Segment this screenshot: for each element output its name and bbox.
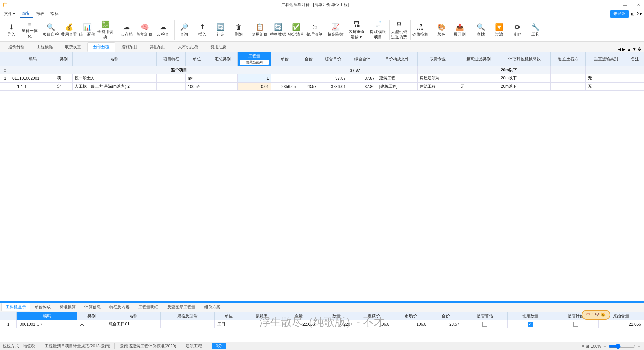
col-header-vertical-transport[interactable]: 垂直运输类别 [585,52,626,66]
tool-supplement[interactable]: 🔄 补充 [212,21,229,39]
tool-tools[interactable]: 🔧 工具 [527,21,544,39]
row-composite-price-1-1-1[interactable]: 3786.01 [319,83,348,91]
tool-color[interactable]: 🎨 颜色 [433,21,450,39]
tool-import[interactable]: ⬇ 导入 [3,21,20,39]
tab-materials-summary[interactable]: 人材机汇总 [172,42,204,52]
bottom-row-estimated[interactable] [462,320,507,328]
row-total-price-1-1-1[interactable]: 23.57 [298,83,319,91]
tool-find[interactable]: 🔍 查找 [472,21,490,39]
col-header-quantity[interactable]: 工程量 隐藏当前列 [237,52,271,66]
col-header-price-file[interactable]: 单价构成文件 [377,52,418,66]
row-summary-type-1-1-1[interactable] [208,83,238,91]
bottom-row-lock-qty[interactable] [507,320,553,328]
col-header-other-machinery[interactable]: 计取其他机械降效 [499,52,551,66]
tab-other-items[interactable]: 其他项目 [144,42,172,52]
bottom-row-quantity[interactable]: 0.2207 [318,320,355,328]
row-super-high-1[interactable] [458,74,499,83]
bottom-col-lock-qty[interactable]: 锁定数量 [507,312,553,320]
menu-edit[interactable]: 编制 [20,10,33,18]
row-summary-type-1[interactable] [208,74,238,83]
bottom-tab-quantity-detail[interactable]: 工程量明细 [134,303,163,311]
row-total-price-1[interactable] [298,74,319,83]
menu-file[interactable]: 文件▼ [1,10,19,18]
tool-replace-data[interactable]: 🔄 替换数据 [269,21,287,39]
row-independent-earth-1-1-1[interactable] [551,83,586,91]
row-feature-1-1-1[interactable] [156,83,186,91]
bottom-row-total[interactable]: 23.57 [429,320,462,328]
col-header-unit[interactable]: 单位 [186,52,208,66]
login-button[interactable]: 未登录 [610,10,629,18]
bottom-col-unit[interactable]: 单位 [214,312,243,320]
row-other-machinery-1[interactable]: 20m以下 [499,74,551,83]
row-other-machinery-1-1-1[interactable]: 20m以下 [499,83,551,91]
tool-quantity-price[interactable]: ≡ 量价一体化 [21,21,38,39]
nav-settings-icon[interactable]: ⚙ [638,47,641,52]
bottom-col-estimated[interactable]: 是否暂估 [462,312,507,320]
row-composite-price-1[interactable]: 37.87 [319,74,348,83]
bottom-row-name[interactable]: 综合工日01 [106,320,161,328]
score-button[interactable]: 0分 [212,343,226,349]
layout-icon[interactable]: ⊞ [631,12,634,17]
tab-cost-summary[interactable]: 费用汇总 [205,42,232,52]
bottom-row-quota-price[interactable]: 106.8 [355,320,392,328]
tool-super-high[interactable]: 📈 超高降效 [327,21,344,39]
tool-cloud-save[interactable]: ☁ 云存档 [118,21,135,39]
minimize-btn[interactable]: — [622,2,628,8]
col-header-remark[interactable]: 备注 [626,52,644,66]
zoom-slider[interactable] [608,344,635,349]
bottom-row-original-content[interactable]: 22.066 [598,320,644,328]
tool-decoration[interactable]: 🏗 装饰垂直运输▼ [348,21,365,39]
is-price-checkbox[interactable] [573,322,578,327]
row-fee-profession-1[interactable]: 房屋建筑与… [418,74,458,83]
bottom-col-total[interactable]: 合价 [429,312,462,320]
bottom-row-type[interactable]: 人 [77,320,106,328]
bottom-col-loss-rate[interactable]: 损耗率 [243,312,280,320]
row-quantity-1-1-1[interactable]: 0.01 [237,83,271,91]
bottom-col-spec[interactable]: 规格及型号 [160,312,214,320]
tab-measures[interactable]: 措施项目 [116,42,143,52]
view-split-icon[interactable]: ⊞ [586,344,589,349]
tool-cost-view[interactable]: 💰 费用查看 [60,21,78,39]
tool-smart-price[interactable]: 🧠 智能组价 [136,21,153,39]
menu-index[interactable]: 指标 [48,10,61,18]
col-header-summary-type[interactable]: 汇总类别 [208,52,238,66]
row-remark-1[interactable] [626,74,644,83]
bottom-col-quota-price[interactable]: 定额价 [355,312,392,320]
row-code-1-1-1[interactable]: 1-1-1 [10,83,55,91]
row-name-1[interactable]: 挖一般土方 [72,74,156,83]
col-header-fee-profession[interactable]: 取费专业 [418,52,458,66]
row-composite-total-1-1-1[interactable]: 37.86 [348,83,377,91]
tool-arrange-list[interactable]: 🗂 整理清单 [306,21,323,39]
col-header-type[interactable]: 类别 [55,52,73,66]
row-independent-earth-1[interactable] [551,74,586,83]
bottom-tab-materials[interactable]: 工料机显示 [1,303,30,311]
row-unit-price-1[interactable] [271,74,298,83]
view-table-icon[interactable]: ≡ [582,344,584,349]
tool-filter[interactable]: 🔽 过滤 [490,21,508,39]
tool-other[interactable]: ⚙ 其他 [508,21,526,39]
tool-expand[interactable]: 📤 展开到 [451,21,468,39]
row-quantity-1[interactable]: 1 [237,74,271,83]
bottom-row-unit[interactable]: 工日 [214,320,243,328]
bottom-col-type[interactable]: 类别 [77,312,106,320]
tab-cost-analysis[interactable]: 造价分析 [3,42,30,52]
tool-project-check[interactable]: 🔍 项目自检 [42,21,60,39]
col-header-code[interactable]: 编码 [10,52,55,66]
bottom-row-content[interactable]: 22.066 [280,320,318,328]
row-feature-1[interactable] [156,74,186,83]
bottom-code-dropdown[interactable]: ▼ [40,323,43,326]
row-type-1-1-1[interactable]: 定 [55,83,73,91]
tool-extract-template[interactable]: 📄 提取模板项目 [369,21,387,39]
tool-unified-price[interactable]: 📊 统一调价 [78,21,96,39]
tool-cloud-check[interactable]: ☁ 云检查 [154,21,172,39]
tool-delete[interactable]: 🗑 删除 [230,21,247,39]
tool-lock-list[interactable]: ✅ 锁定清单 [287,21,305,39]
row-vertical-transport-1[interactable]: 无 [585,74,626,83]
row-unit-price-1-1-1[interactable]: 2356.65 [271,83,298,91]
bottom-tab-features[interactable]: 特征及内容 [105,303,134,311]
tab-section-items[interactable]: 分部分项 [87,42,115,52]
col-header-independent-earth[interactable]: 独立土石方 [551,52,586,66]
close-btn[interactable]: ✕ [636,2,641,8]
nav-right-icon[interactable]: ▶ [622,47,625,52]
row-price-file-1-1-1[interactable]: [建筑工程] [377,83,418,91]
